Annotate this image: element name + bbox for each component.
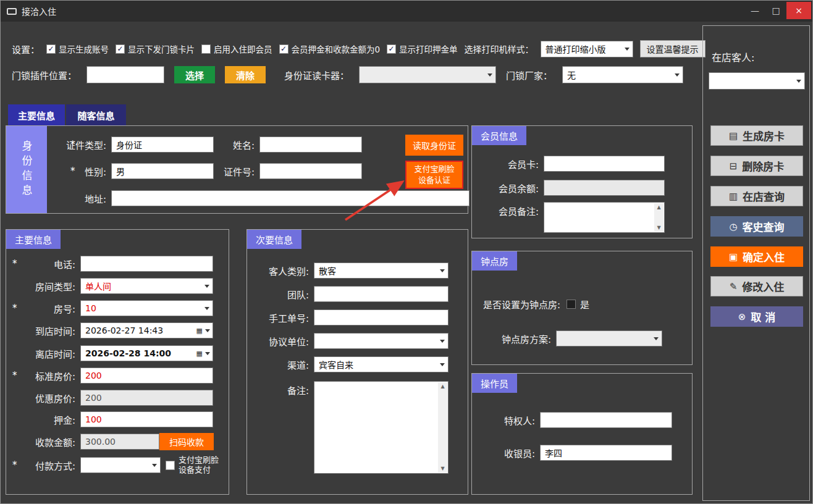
checkbox-member-zero-amount[interactable]: ✓ 会员押金和收款金额为0 xyxy=(279,43,381,55)
minimize-button[interactable]: — xyxy=(744,2,765,19)
disc-price-label: 优惠房价: xyxy=(6,392,75,405)
agreement-unit-select[interactable] xyxy=(314,333,449,349)
chevron-down-icon xyxy=(796,80,801,83)
member-remark-row: 会员备注: ▲ ▼ xyxy=(477,202,665,233)
gender-label: 性别: xyxy=(49,165,106,178)
privileged-label: 特权人: xyxy=(472,414,535,427)
member-info-title: 会员信息 xyxy=(472,126,526,145)
cashier-input[interactable]: 李四 xyxy=(540,445,672,461)
team-input[interactable] xyxy=(314,286,449,302)
chevron-down-icon xyxy=(440,269,445,272)
checkin-time-picker[interactable]: 2026-02-27 14:43 ▦ xyxy=(80,322,213,338)
member-balance-input[interactable] xyxy=(544,180,665,196)
chevron-down-icon xyxy=(654,337,659,340)
confirm-checkin-button[interactable]: ▣ 确定入住 xyxy=(710,246,803,267)
required-mark: * xyxy=(70,166,75,177)
close-button[interactable]: × xyxy=(786,2,811,19)
deposit-input[interactable]: 100 xyxy=(80,411,213,427)
checkbox-box[interactable]: ✓ xyxy=(46,44,56,54)
cert-type-input[interactable]: 身份证 xyxy=(111,136,214,153)
phone-input[interactable] xyxy=(80,256,213,272)
hour-room-plan-select[interactable] xyxy=(556,330,662,346)
checkbox-box[interactable] xyxy=(201,44,211,54)
checkbox-box[interactable]: ✓ xyxy=(387,44,396,54)
checkbox-show-account[interactable]: ✓ 显示生成账号 xyxy=(46,43,109,55)
alipay-face-auth-button[interactable]: 支付宝刷脸 设备认证 xyxy=(405,161,463,189)
operator-panel: 操作员 特权人: 收银员: 李四 xyxy=(471,373,693,495)
hour-room-plan-label: 钟点房方案: xyxy=(483,332,551,345)
scroll-down-icon[interactable]: ▼ xyxy=(657,225,660,230)
id-reader-select[interactable] xyxy=(359,66,496,83)
window-controls: — □ × xyxy=(744,2,811,19)
remark-textarea[interactable]: ▲ ▼ xyxy=(314,381,449,474)
delete-room-card-button[interactable]: ⊟ 删除房卡 xyxy=(710,156,803,176)
face-pay-label-line2: 设备支付 xyxy=(179,465,219,475)
button-label: 修改入住 xyxy=(742,279,784,294)
lock-plugin-input[interactable] xyxy=(86,66,164,83)
manual-no-input[interactable] xyxy=(314,309,449,326)
printer-style-select[interactable]: 普通打印缩小版 xyxy=(541,41,633,57)
choose-button[interactable]: 选择 xyxy=(174,66,215,83)
tab-main-info[interactable]: 主要信息 xyxy=(8,104,65,125)
gender-input[interactable]: 男 xyxy=(111,163,214,179)
room-no-select[interactable]: 10 xyxy=(80,300,213,316)
hour-room-checkbox[interactable] xyxy=(567,300,576,309)
disc-price-input[interactable]: 200 xyxy=(80,390,213,406)
std-price-input[interactable]: 200 xyxy=(80,368,213,384)
address-input[interactable] xyxy=(111,190,470,206)
checkbox-print-deposit-slip[interactable]: ✓ 显示打印押金单 xyxy=(387,43,458,55)
checkbox-label: 显示下发门锁卡片 xyxy=(128,43,195,55)
member-remark-textarea[interactable]: ▲ ▼ xyxy=(544,202,665,233)
chevron-down-icon xyxy=(625,48,630,51)
checkout-time-value: 2026-02-28 14:00 xyxy=(85,348,196,358)
pay-method-select[interactable] xyxy=(80,457,161,473)
checkbox-box[interactable]: ✓ xyxy=(279,44,289,54)
checkbox-box[interactable]: ✓ xyxy=(116,44,125,54)
maximize-button[interactable]: □ xyxy=(765,2,786,19)
scrollbar[interactable]: ▲ ▼ xyxy=(654,203,663,232)
tab-companion-info[interactable]: 随客信息 xyxy=(66,104,126,125)
required-mark: * xyxy=(12,303,17,314)
in-store-guests-select[interactable] xyxy=(709,72,805,90)
make-room-card-button[interactable]: ▤ 生成房卡 xyxy=(710,125,803,146)
member-card-input[interactable] xyxy=(544,156,665,172)
scroll-down-icon[interactable]: ▼ xyxy=(440,466,444,471)
scroll-up-icon[interactable]: ▲ xyxy=(657,204,660,210)
lock-vendor-select[interactable]: 无 xyxy=(562,66,683,83)
lock-vendor-value: 无 xyxy=(567,69,671,81)
room-type-select[interactable]: 单人间 xyxy=(80,278,213,294)
cancel-button[interactable]: ⊗ 取 消 xyxy=(710,306,803,327)
scan-pay-button[interactable]: 扫码收款 xyxy=(159,433,214,450)
calendar-icon[interactable]: ▦ xyxy=(196,350,203,358)
guest-history-button[interactable]: ◷ 客史查询 xyxy=(710,216,803,237)
in-store-query-button[interactable]: ▥ 在店查询 xyxy=(710,186,803,206)
guest-type-select[interactable]: 散客 xyxy=(314,262,449,279)
member-remark-label: 会员备注: xyxy=(477,202,539,233)
name-input[interactable] xyxy=(259,136,362,153)
channel-select[interactable]: 宾客自来 xyxy=(314,356,449,372)
privileged-input[interactable] xyxy=(540,412,672,428)
read-id-card-button[interactable]: 读取身份证 xyxy=(405,135,463,156)
operator-title: 操作员 xyxy=(472,374,517,393)
warm-tip-button[interactable]: 设置温馨提示 xyxy=(640,40,706,57)
room-no-value: 10 xyxy=(85,303,201,313)
modify-checkin-button[interactable]: ✎ 修改入住 xyxy=(710,276,803,296)
room-card-icon: ▤ xyxy=(729,130,738,141)
member-card-label: 会员卡: xyxy=(477,158,539,170)
cert-no-input[interactable] xyxy=(259,163,362,179)
checkbox-issue-lock-card[interactable]: ✓ 显示下发门锁卡片 xyxy=(116,43,195,55)
face-pay-checkbox[interactable] xyxy=(166,461,175,470)
scroll-up-icon[interactable]: ▲ xyxy=(440,384,444,389)
checkbox-label: 会员押金和收款金额为0 xyxy=(292,43,381,55)
amount-input[interactable]: 300.00 xyxy=(80,434,159,450)
required-mark: * xyxy=(12,460,17,471)
chevron-down-icon xyxy=(675,74,680,77)
clear-button[interactable]: 清除 xyxy=(225,66,266,83)
identity-panel: 身份信息 证件类型: 身份证 * 姓名: 性别: 男 * 证件号: 地址: 读取… xyxy=(6,125,468,214)
checkbox-checkin-as-member[interactable]: 启用入住即会员 xyxy=(201,43,272,55)
chevron-down-icon[interactable] xyxy=(205,352,210,355)
calendar-icon[interactable]: ▦ xyxy=(196,327,203,335)
scrollbar[interactable]: ▲ ▼ xyxy=(438,382,447,472)
chevron-down-icon[interactable] xyxy=(205,329,210,332)
checkout-time-picker[interactable]: 2026-02-28 14:00 ▦ xyxy=(80,345,213,361)
